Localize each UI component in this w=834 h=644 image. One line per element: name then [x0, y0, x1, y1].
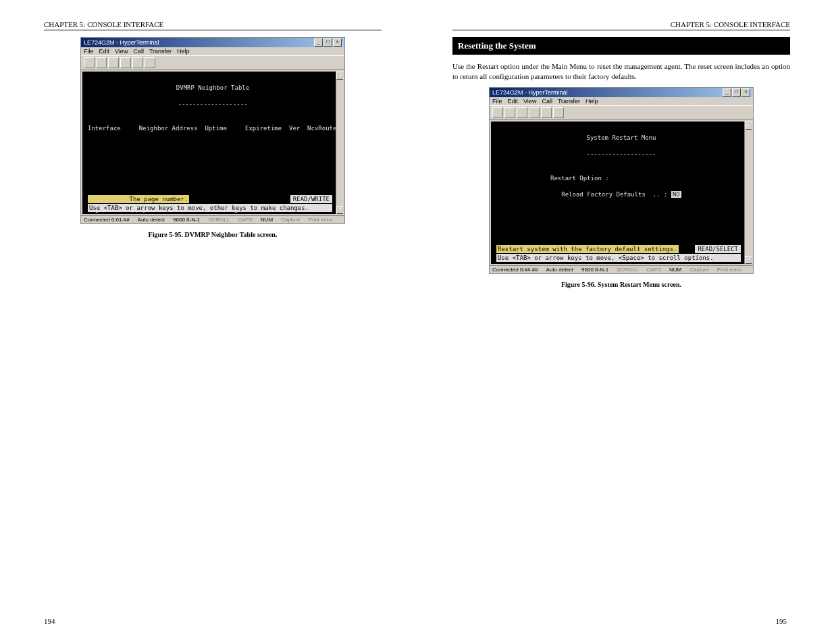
status-caps: CAPS — [646, 267, 661, 273]
window-title-text: LE724G2M - HyperTerminal — [492, 89, 568, 96]
page-number-right: 195 — [776, 617, 787, 625]
tool-icon[interactable] — [132, 57, 143, 68]
menu-bar: File Edit View Call Transfer Help — [490, 97, 753, 105]
status-bar: Connected 0:01:## Auto detect 9600 8-N-1… — [81, 215, 344, 223]
menu-help[interactable]: Help — [585, 98, 598, 105]
menu-view[interactable]: View — [523, 98, 536, 105]
menu-file[interactable]: File — [492, 98, 502, 105]
scroll-up-icon[interactable]: ▲ — [745, 122, 752, 130]
menu-transfer[interactable]: Transfer — [149, 48, 172, 55]
close-icon[interactable]: × — [741, 88, 750, 97]
minimize-icon[interactable]: _ — [723, 88, 731, 97]
term-hint: The page number. — [88, 195, 189, 203]
status-auto: Auto detect — [546, 267, 573, 273]
term-help-msg: Use <TAB> or arrow keys to move, other k… — [88, 204, 332, 212]
maximize-icon[interactable]: □ — [323, 38, 332, 47]
status-conn: Connected 0:01:## — [84, 217, 130, 223]
right-column: CHAPTER 5: CONSOLE INTERFACE Resetting t… — [452, 20, 790, 298]
status-scroll: SCROLL — [617, 267, 638, 273]
status-bar: Connected 0:##:## Auto detect 9600 8-N-1… — [490, 265, 753, 273]
tool-icon[interactable] — [529, 107, 540, 118]
tool-icon[interactable] — [120, 57, 131, 68]
section-title: Resetting the System — [452, 37, 790, 55]
status-capture: Capture — [689, 267, 708, 273]
menu-transfer[interactable]: Transfer — [558, 98, 580, 105]
scroll-up-icon[interactable]: ▲ — [336, 72, 343, 80]
term-headers: Interface Neighbor Address Uptime Expire… — [88, 124, 338, 132]
term-restart-option: Restart Option : — [496, 174, 746, 182]
tool-icon[interactable] — [84, 57, 95, 68]
status-conn: Connected 0:##:## — [492, 267, 538, 273]
tool-icon[interactable] — [541, 107, 552, 118]
window-titlebar: LE724G2M - HyperTerminal _ □ × — [490, 88, 753, 97]
status-caps: CAPS — [238, 217, 253, 223]
term-cmds: <Restart> <Cancel> — [496, 263, 746, 264]
term-mode-badge: READ/SELECT — [695, 245, 741, 253]
tool-icon[interactable] — [553, 107, 564, 118]
menu-help[interactable]: Help — [177, 48, 190, 55]
tool-icon[interactable] — [504, 107, 515, 118]
window-title-text: LE724G2M - HyperTerminal — [84, 39, 159, 46]
menu-edit[interactable]: Edit — [508, 98, 519, 105]
chapter-heading-left: CHAPTER 5: CONSOLE INTERFACE — [44, 20, 382, 30]
minimize-icon[interactable]: _ — [314, 38, 323, 47]
chapter-heading-right: CHAPTER 5: CONSOLE INTERFACE — [452, 20, 790, 30]
page-number-left: 194 — [44, 617, 55, 625]
tool-icon[interactable] — [96, 57, 107, 68]
term-underline: ------------------- — [88, 100, 338, 108]
status-proto: 9600 8-N-1 — [173, 217, 200, 223]
term-reload-value[interactable]: NO — [671, 191, 681, 198]
scroll-down-icon[interactable]: ▼ — [336, 206, 343, 214]
terminal-right: System Restart Menu ------------------- … — [491, 122, 752, 264]
section-body: Use the Restart option under the Main Me… — [452, 61, 790, 82]
scroll-down-icon[interactable]: ▼ — [745, 256, 752, 264]
menu-call[interactable]: Call — [542, 98, 552, 105]
tool-icon[interactable] — [108, 57, 119, 68]
close-icon[interactable]: × — [333, 38, 342, 47]
toolbar — [490, 105, 753, 120]
status-scroll: SCROLL — [208, 217, 230, 223]
status-auto: Auto detect — [138, 217, 165, 223]
menu-call[interactable]: Call — [133, 48, 144, 55]
scrollbar[interactable]: ▲ ▼ — [336, 72, 343, 214]
figure-caption-right: Figure 5-96. System Restart Menu screen. — [452, 281, 790, 288]
term-title: System Restart Menu — [496, 134, 746, 142]
hyperterminal-window-right: LE724G2M - HyperTerminal _ □ × File Edit… — [489, 87, 754, 274]
term-mode-badge: READ/WRITE — [290, 195, 332, 203]
maximize-icon[interactable]: □ — [732, 88, 741, 97]
window-titlebar: LE724G2M - HyperTerminal _ □ × — [81, 38, 344, 47]
tool-icon[interactable] — [517, 107, 527, 118]
status-print: Print echo — [309, 217, 333, 223]
term-hint: Restart system with the factory default … — [496, 245, 679, 253]
status-print: Print echo — [717, 267, 741, 273]
menu-edit[interactable]: Edit — [99, 48, 110, 55]
menu-view[interactable]: View — [115, 48, 128, 55]
left-column: CHAPTER 5: CONSOLE INTERFACE LE724G2M - … — [44, 20, 382, 248]
toolbar — [81, 55, 344, 70]
term-underline: ------------------- — [496, 150, 746, 158]
figure-caption-left: Figure 5-95. DVMRP Neighbor Table screen… — [44, 231, 382, 238]
terminal-left: DVMRP Neighbor Table -------------------… — [82, 72, 343, 214]
term-title: DVMRP Neighbor Table — [88, 84, 338, 92]
hyperterminal-window-left: LE724G2M - HyperTerminal _ □ × File Edit… — [80, 37, 345, 224]
status-num: NUM — [669, 267, 681, 273]
status-num: NUM — [261, 217, 273, 223]
term-reload-label: Reload Factory Defaults .. : — [550, 191, 667, 198]
tool-icon[interactable] — [492, 107, 503, 118]
scrollbar[interactable]: ▲ ▼ — [744, 122, 752, 264]
menu-file[interactable]: File — [84, 48, 94, 55]
term-help-msg: Use <TAB> or arrow keys to move, <Space>… — [496, 254, 741, 262]
status-capture: Capture — [281, 217, 300, 223]
tool-icon[interactable] — [145, 57, 155, 68]
status-proto: 9600 8-N-1 — [581, 267, 608, 273]
menu-bar: File Edit View Call Transfer Help — [81, 47, 344, 55]
